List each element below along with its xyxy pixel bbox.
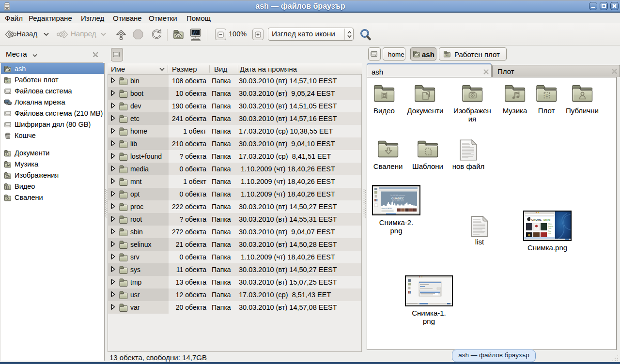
svg-text:About GUADEC: About GUADEC xyxy=(382,208,393,210)
svg-text:GUADEC: GUADEC xyxy=(391,197,404,200)
svg-text:July 24-30th, 2010: July 24-30th, 2010 xyxy=(392,200,404,202)
svg-text:Shirts: Shirts xyxy=(548,223,552,225)
svg-text:The GNOME conference: The GNOME conference xyxy=(390,195,405,197)
svg-text:Store: Store xyxy=(543,218,550,221)
svg-text:Tees: Tees xyxy=(548,228,552,229)
svg-text:Sale: Sale xyxy=(548,233,551,235)
svg-text:GNOME: GNOME xyxy=(531,218,542,221)
svg-text:New: New xyxy=(548,230,552,232)
